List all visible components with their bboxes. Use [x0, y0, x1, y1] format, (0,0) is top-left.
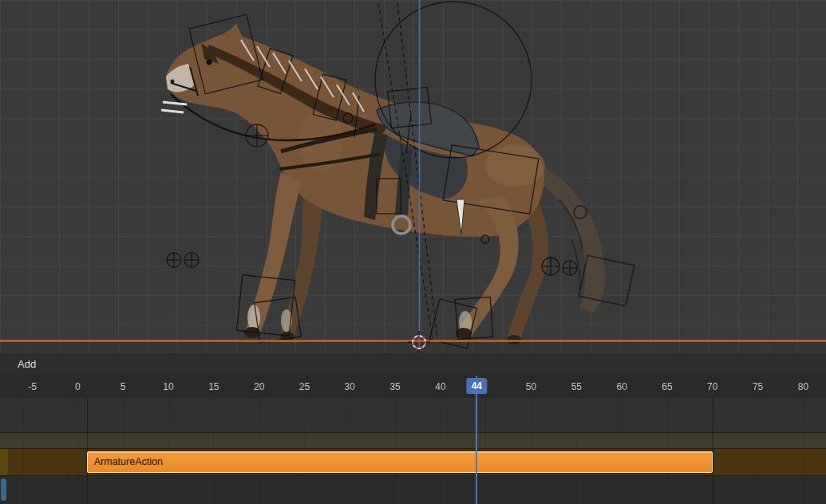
- add-menu-button[interactable]: Add: [11, 356, 42, 372]
- ruler-tick: 55: [571, 381, 582, 392]
- ruler-tick: 40: [435, 381, 445, 392]
- vertical-scrollbar[interactable]: [1, 478, 6, 501]
- ruler-tick: 20: [254, 381, 264, 392]
- ruler-tick: 5: [121, 381, 126, 392]
- ruler-tick: 60: [616, 381, 626, 392]
- ruler-tick: 75: [753, 381, 763, 392]
- ruler-tick: 50: [526, 381, 536, 392]
- track-color-sliver: [0, 449, 8, 476]
- ruler-tick: 70: [707, 381, 717, 392]
- nla-tracks-area[interactable]: ArmatureAction: [0, 398, 826, 504]
- viewport-3d[interactable]: [0, 0, 826, 354]
- action-strip-label: ArmatureAction: [88, 452, 712, 472]
- strip-end-boundary: [713, 398, 713, 504]
- playhead-line[interactable]: [476, 376, 477, 504]
- muzzle-marks: [161, 102, 187, 112]
- nla-header-bar: Add: [0, 353, 826, 376]
- current-frame-badge[interactable]: 44: [467, 378, 487, 394]
- nla-track-empty[interactable]: [0, 398, 826, 432]
- blender-window: Add 44 -5051015202530354050556065707580 …: [0, 0, 826, 504]
- ruler-tick: 10: [163, 381, 173, 392]
- nla-track-upper[interactable]: [0, 432, 826, 449]
- ruler-tick: 80: [798, 381, 808, 392]
- viewport-scene: [0, 0, 826, 353]
- ruler[interactable]: 44 -5051015202530354050556065707580: [0, 375, 826, 399]
- horse-hoof: [280, 332, 294, 341]
- ruler-tick: -5: [28, 381, 37, 392]
- ruler-tick: 35: [389, 381, 400, 392]
- ruler-tick: 15: [208, 381, 219, 392]
- action-strip[interactable]: ArmatureAction: [87, 451, 713, 473]
- horse-eye: [207, 60, 212, 65]
- nla-track-armature[interactable]: ArmatureAction: [0, 448, 826, 476]
- nla-track-lower[interactable]: [0, 475, 826, 504]
- ruler-tick: 65: [662, 381, 672, 392]
- bone-gizmo-circles-left: [167, 253, 199, 267]
- ruler-tick: 25: [299, 381, 310, 392]
- bone-gizmo-circle: [246, 124, 268, 147]
- ruler-tick: 30: [345, 381, 355, 392]
- ruler-tick: 0: [75, 381, 81, 392]
